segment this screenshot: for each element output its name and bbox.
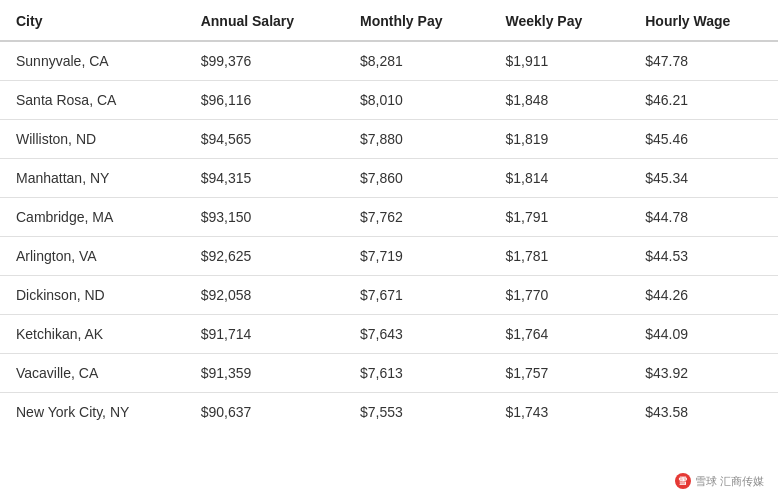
cell-monthly: $7,553 — [344, 393, 489, 432]
cell-monthly: $8,281 — [344, 41, 489, 81]
cell-hourly: $43.58 — [629, 393, 778, 432]
table-row: Ketchikan, AK$91,714$7,643$1,764$44.09 — [0, 315, 778, 354]
cell-annual: $94,565 — [185, 120, 344, 159]
cell-monthly: $7,880 — [344, 120, 489, 159]
header-monthly-pay: Monthly Pay — [344, 0, 489, 41]
cell-weekly: $1,791 — [489, 198, 629, 237]
cell-city: New York City, NY — [0, 393, 185, 432]
table-row: Manhattan, NY$94,315$7,860$1,814$45.34 — [0, 159, 778, 198]
cell-weekly: $1,764 — [489, 315, 629, 354]
table-row: Vacaville, CA$91,359$7,613$1,757$43.92 — [0, 354, 778, 393]
table-body: Sunnyvale, CA$99,376$8,281$1,911$47.78Sa… — [0, 41, 778, 431]
watermark: 雪 雪球 汇商传媒 — [669, 470, 770, 492]
cell-annual: $93,150 — [185, 198, 344, 237]
cell-city: Arlington, VA — [0, 237, 185, 276]
cell-hourly: $47.78 — [629, 41, 778, 81]
cell-hourly: $44.78 — [629, 198, 778, 237]
cell-weekly: $1,743 — [489, 393, 629, 432]
cell-weekly: $1,781 — [489, 237, 629, 276]
header-weekly-pay: Weekly Pay — [489, 0, 629, 41]
cell-monthly: $7,719 — [344, 237, 489, 276]
cell-monthly: $8,010 — [344, 81, 489, 120]
table-row: Williston, ND$94,565$7,880$1,819$45.46 — [0, 120, 778, 159]
cell-city: Dickinson, ND — [0, 276, 185, 315]
header-annual-salary: Annual Salary — [185, 0, 344, 41]
salary-table: City Annual Salary Monthly Pay Weekly Pa… — [0, 0, 778, 431]
cell-monthly: $7,860 — [344, 159, 489, 198]
cell-city: Sunnyvale, CA — [0, 41, 185, 81]
cell-weekly: $1,814 — [489, 159, 629, 198]
cell-monthly: $7,643 — [344, 315, 489, 354]
cell-weekly: $1,757 — [489, 354, 629, 393]
table-row: New York City, NY$90,637$7,553$1,743$43.… — [0, 393, 778, 432]
cell-monthly: $7,671 — [344, 276, 489, 315]
table-header-row: City Annual Salary Monthly Pay Weekly Pa… — [0, 0, 778, 41]
header-city: City — [0, 0, 185, 41]
cell-annual: $91,714 — [185, 315, 344, 354]
cell-weekly: $1,819 — [489, 120, 629, 159]
cell-weekly: $1,911 — [489, 41, 629, 81]
cell-annual: $94,315 — [185, 159, 344, 198]
cell-annual: $90,637 — [185, 393, 344, 432]
cell-hourly: $44.09 — [629, 315, 778, 354]
table-row: Dickinson, ND$92,058$7,671$1,770$44.26 — [0, 276, 778, 315]
table-row: Cambridge, MA$93,150$7,762$1,791$44.78 — [0, 198, 778, 237]
table-row: Santa Rosa, CA$96,116$8,010$1,848$46.21 — [0, 81, 778, 120]
cell-annual: $92,058 — [185, 276, 344, 315]
cell-hourly: $45.46 — [629, 120, 778, 159]
cell-hourly: $46.21 — [629, 81, 778, 120]
table-row: Sunnyvale, CA$99,376$8,281$1,911$47.78 — [0, 41, 778, 81]
cell-city: Williston, ND — [0, 120, 185, 159]
cell-hourly: $43.92 — [629, 354, 778, 393]
cell-city: Vacaville, CA — [0, 354, 185, 393]
watermark-text: 雪球 汇商传媒 — [695, 474, 764, 489]
cell-annual: $96,116 — [185, 81, 344, 120]
cell-city: Manhattan, NY — [0, 159, 185, 198]
cell-weekly: $1,770 — [489, 276, 629, 315]
cell-hourly: $44.53 — [629, 237, 778, 276]
salary-table-container: City Annual Salary Monthly Pay Weekly Pa… — [0, 0, 778, 431]
cell-city: Cambridge, MA — [0, 198, 185, 237]
cell-hourly: $44.26 — [629, 276, 778, 315]
cell-annual: $92,625 — [185, 237, 344, 276]
cell-weekly: $1,848 — [489, 81, 629, 120]
cell-hourly: $45.34 — [629, 159, 778, 198]
cell-annual: $99,376 — [185, 41, 344, 81]
cell-monthly: $7,762 — [344, 198, 489, 237]
header-hourly-wage: Hourly Wage — [629, 0, 778, 41]
cell-city: Ketchikan, AK — [0, 315, 185, 354]
table-row: Arlington, VA$92,625$7,719$1,781$44.53 — [0, 237, 778, 276]
cell-monthly: $7,613 — [344, 354, 489, 393]
cell-city: Santa Rosa, CA — [0, 81, 185, 120]
watermark-logo: 雪 — [675, 473, 691, 489]
cell-annual: $91,359 — [185, 354, 344, 393]
